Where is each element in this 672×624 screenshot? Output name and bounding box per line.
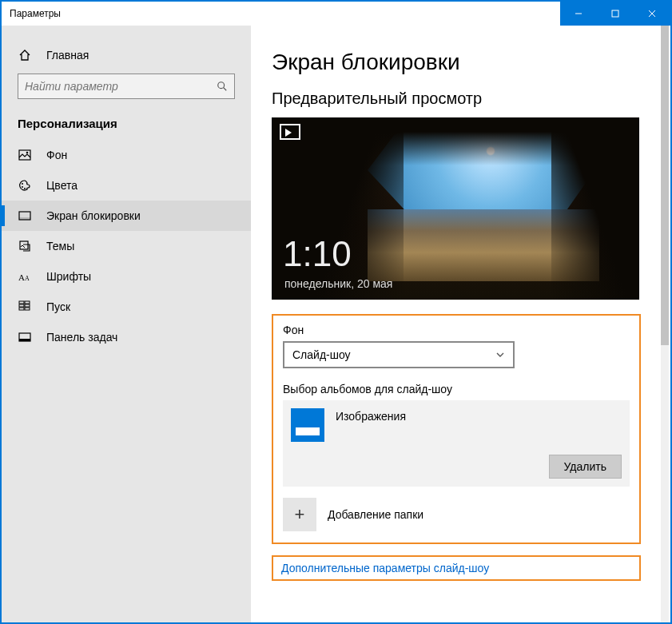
slideshow-indicator-icon <box>280 124 300 140</box>
sidebar-item-label: Шрифты <box>46 270 91 283</box>
sidebar-item-label: Экран блокировки <box>46 209 141 222</box>
sidebar-item-start[interactable]: Пуск <box>2 292 251 322</box>
sidebar-home-label: Главная <box>46 49 89 62</box>
chevron-down-icon <box>495 350 505 360</box>
sidebar-item-themes[interactable]: Темы <box>2 231 251 261</box>
picture-icon <box>18 148 32 162</box>
svg-rect-20 <box>19 308 24 310</box>
svg-line-5 <box>224 88 227 91</box>
background-settings-group: Фон Слайд-шоу Выбор альбомов для слайд-ш… <box>272 314 641 544</box>
svg-rect-12 <box>19 217 30 220</box>
svg-point-7 <box>26 152 29 154</box>
svg-rect-17 <box>25 301 30 304</box>
search-icon <box>217 81 228 92</box>
titlebar: Параметры <box>2 2 670 26</box>
scrollbar-thumb[interactable] <box>661 26 669 345</box>
lockscreen-icon <box>18 209 32 223</box>
add-folder-row[interactable]: + Добавление папки <box>283 498 630 531</box>
palette-icon <box>18 178 32 193</box>
svg-text:A: A <box>25 275 30 282</box>
advanced-slideshow-link-box: Дополнительные параметры слайд-шоу <box>272 555 641 581</box>
window-minimize-button[interactable] <box>560 2 597 26</box>
svg-point-9 <box>22 186 23 188</box>
svg-rect-13 <box>20 241 28 249</box>
svg-rect-6 <box>19 150 30 160</box>
album-name: Изображения <box>336 410 406 423</box>
svg-point-8 <box>22 183 23 185</box>
sidebar-item-label: Панель задач <box>46 331 117 344</box>
svg-rect-23 <box>19 339 30 341</box>
sidebar-section-header: Персонализация <box>2 110 251 140</box>
sidebar-item-label: Пуск <box>46 300 70 313</box>
window-maximize-button[interactable] <box>597 2 634 26</box>
preview-date: понедельник, 20 мая <box>284 277 392 290</box>
svg-rect-1 <box>612 10 618 17</box>
sidebar-item-background[interactable]: Фон <box>2 140 251 170</box>
background-dropdown-value: Слайд-шоу <box>292 348 351 361</box>
svg-rect-19 <box>25 304 30 307</box>
add-folder-label: Добавление папки <box>328 508 423 521</box>
sidebar-home[interactable]: Главная <box>2 40 251 70</box>
window-title: Параметры <box>2 8 61 19</box>
start-icon <box>18 300 32 314</box>
svg-rect-16 <box>19 301 24 304</box>
page-title: Экран блокировки <box>272 50 650 75</box>
albums-label: Выбор альбомов для слайд-шоу <box>283 383 630 395</box>
sidebar-item-label: Фон <box>46 149 67 161</box>
preview-clock: 1:10 <box>283 234 352 274</box>
sidebar-item-lockscreen[interactable]: Экран блокировки <box>2 201 251 231</box>
svg-rect-21 <box>25 308 30 310</box>
svg-text:A: A <box>18 272 25 282</box>
sidebar-item-colors[interactable]: Цвета <box>2 170 251 201</box>
window-close-button[interactable] <box>634 2 670 26</box>
pictures-folder-icon <box>291 408 324 442</box>
svg-point-10 <box>24 188 26 189</box>
delete-album-button[interactable]: Удалить <box>549 455 622 479</box>
svg-point-4 <box>218 82 225 89</box>
fonts-icon: AA <box>18 269 32 284</box>
sidebar-item-fonts[interactable]: AA Шрифты <box>2 261 251 292</box>
album-item[interactable]: Изображения Удалить <box>283 400 630 487</box>
advanced-slideshow-link[interactable]: Дополнительные параметры слайд-шоу <box>281 562 489 574</box>
content-scrollbar[interactable] <box>661 26 669 622</box>
themes-icon <box>18 239 32 253</box>
lockscreen-preview: 1:10 понедельник, 20 мая <box>272 117 639 300</box>
background-label: Фон <box>283 324 630 336</box>
plus-icon: + <box>283 498 316 531</box>
sidebar-item-taskbar[interactable]: Панель задач <box>2 322 251 352</box>
sidebar: Главная Персонализация Фон Цвета <box>2 26 251 622</box>
home-icon <box>18 48 32 62</box>
search-input-wrap[interactable] <box>18 74 235 99</box>
preview-heading: Предварительный просмотр <box>272 89 650 108</box>
sidebar-item-label: Цвета <box>46 179 78 192</box>
search-input[interactable] <box>25 80 217 93</box>
sidebar-item-label: Темы <box>46 240 74 252</box>
background-dropdown[interactable]: Слайд-шоу <box>283 341 515 368</box>
content-pane: Экран блокировки Предварительный просмот… <box>251 26 670 622</box>
svg-rect-18 <box>19 304 24 307</box>
taskbar-icon <box>18 330 32 344</box>
